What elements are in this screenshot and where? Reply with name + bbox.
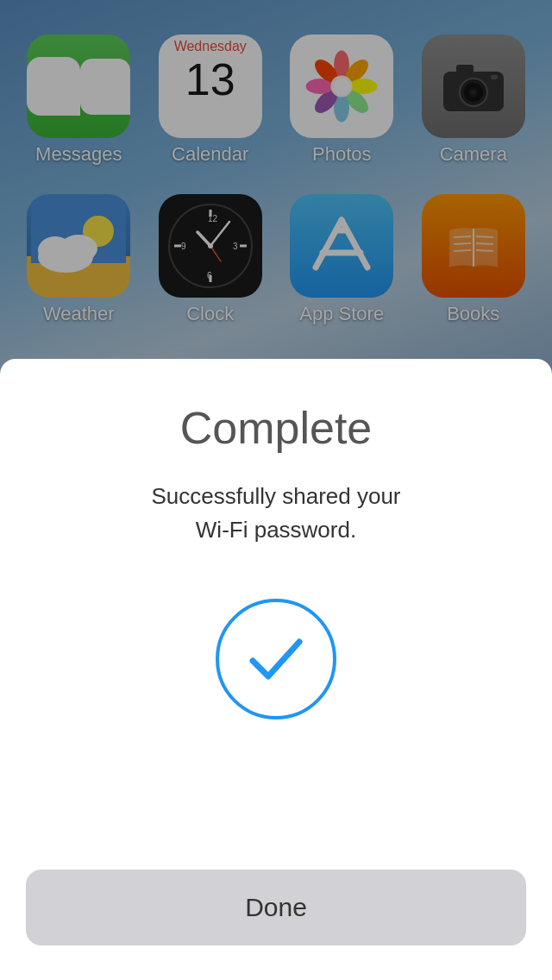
modal-title: Complete <box>180 402 373 454</box>
checkmark-icon <box>246 633 306 685</box>
checkmark-circle <box>216 599 336 719</box>
wifi-share-modal: Complete Successfully shared yourWi-Fi p… <box>0 359 552 980</box>
done-button[interactable]: Done <box>26 870 526 945</box>
modal-subtitle: Successfully shared yourWi-Fi password. <box>151 480 400 547</box>
